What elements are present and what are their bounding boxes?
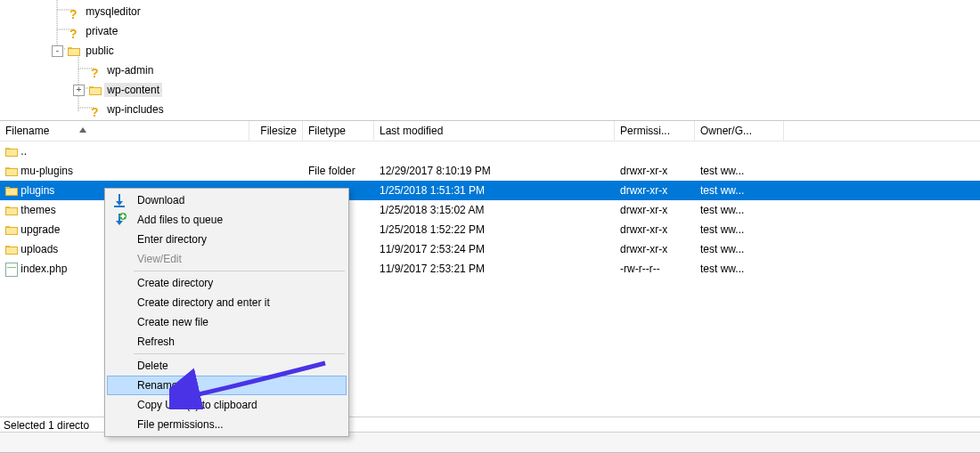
menu-sep-1 (134, 271, 345, 271)
cell-filename: .. (0, 142, 249, 161)
menu-copy-urls[interactable]: Copy URL(s) to clipboard (107, 395, 347, 415)
menu-copy-urls-label: Copy URL(s) to clipboard (137, 399, 257, 411)
svg-marker-12 (116, 221, 123, 225)
question-icon (89, 65, 102, 77)
menu-download-label: Download (137, 194, 184, 206)
col-filetype[interactable]: Filetype (303, 121, 374, 141)
table-row[interactable]: .. (0, 142, 980, 161)
col-owner[interactable]: Owner/G... (695, 121, 784, 141)
menu-rename[interactable]: Rename (107, 376, 347, 395)
menu-delete-label: Delete (137, 360, 168, 372)
menu-enter-dir-label: Enter directory (137, 233, 207, 246)
cell-modified: 11/9/2017 2:53:24 PM (374, 239, 615, 259)
tree-item[interactable]: mysqleditor (0, 2, 980, 21)
cell-permissions: drwxr-xr-x (615, 220, 695, 239)
svg-marker-9 (116, 201, 123, 206)
col-permissions[interactable]: Permissi... (615, 121, 695, 141)
cell-modified: 1/25/2018 3:15:02 AM (374, 200, 615, 220)
menu-create-file[interactable]: Create new file (107, 312, 347, 332)
col-filename[interactable]: Filename (0, 121, 249, 141)
folder-icon (68, 46, 80, 56)
cell-permissions: drwxr-xr-x (615, 200, 695, 220)
tree-item[interactable]: wp-includes (0, 100, 980, 119)
file-icon (5, 263, 18, 277)
folder-icon (5, 166, 18, 176)
svg-rect-8 (118, 194, 120, 202)
menu-refresh[interactable]: Refresh (107, 332, 347, 352)
menu-download[interactable]: Download (107, 190, 347, 210)
cell-permissions: drwxr-xr-x (615, 161, 695, 181)
context-menu: Download Add files to queue Enter direct… (104, 188, 349, 437)
menu-rename-label: Rename (137, 379, 177, 392)
menu-file-perms-label: File permissions... (137, 418, 224, 431)
menu-enter-dir[interactable]: Enter directory (107, 230, 347, 249)
folder-icon (5, 245, 18, 255)
cell-filename: mu-plugins (0, 161, 249, 181)
question-icon (68, 26, 80, 38)
add-queue-icon (112, 213, 127, 227)
cell-modified: 1/25/2018 1:51:31 PM (374, 181, 615, 200)
tree-item-label: public (83, 44, 116, 58)
menu-refresh-label: Refresh (137, 336, 175, 348)
folder-icon (5, 186, 18, 196)
menu-view-edit: View/Edit (107, 249, 347, 269)
question-icon (68, 6, 80, 19)
folder-icon (5, 225, 18, 235)
menu-create-dir[interactable]: Create directory (107, 273, 347, 293)
cell-owner: test ww... (695, 239, 784, 259)
cell-owner: test ww... (695, 161, 784, 181)
cell-modified: 11/9/2017 2:53:21 PM (374, 259, 615, 279)
expander-icon[interactable]: + (73, 85, 85, 96)
folder-icon (5, 147, 18, 157)
menu-sep-2 (134, 353, 345, 354)
cell-owner: test ww... (695, 200, 784, 220)
menu-create-dir-enter-label: Create directory and enter it (137, 296, 270, 309)
cell-owner: test ww... (695, 259, 784, 279)
svg-rect-15 (121, 215, 126, 217)
tree-item[interactable]: + wp-content (0, 80, 980, 100)
col-filesize[interactable]: Filesize (249, 121, 303, 141)
cell-modified: 12/29/2017 8:10:19 PM (374, 161, 615, 181)
svg-rect-10 (114, 206, 125, 207)
question-icon (89, 104, 102, 117)
list-header: Filename Filesize Filetype Last modified… (0, 121, 980, 142)
cell-filetype: File folder (303, 161, 374, 181)
tree-item-label: private (83, 24, 120, 38)
tree-item[interactable]: wp-admin (0, 61, 980, 80)
menu-create-dir-enter[interactable]: Create directory and enter it (107, 293, 347, 312)
download-icon (112, 193, 127, 207)
menu-file-perms[interactable]: File permissions... (107, 415, 347, 434)
remote-tree: mysqleditor private- public wp-admin+ wp… (0, 0, 980, 122)
cell-owner: test ww... (695, 181, 784, 200)
menu-add-queue[interactable]: Add files to queue (107, 210, 347, 230)
menu-create-dir-label: Create directory (137, 277, 213, 289)
tree-item-label: wp-admin (104, 63, 156, 77)
cell-owner: test ww... (695, 220, 784, 239)
expander-icon[interactable]: - (52, 45, 63, 57)
cell-permissions: drwxr-xr-x (615, 239, 695, 259)
tree-item[interactable]: private (0, 21, 980, 41)
col-last-modified[interactable]: Last modified (374, 121, 615, 141)
tree-item-label: wp-content (104, 83, 162, 97)
folder-icon (5, 206, 18, 215)
folder-icon (89, 85, 102, 95)
cell-modified: 1/25/2018 1:52:22 PM (374, 220, 615, 239)
menu-create-file-label: Create new file (137, 316, 208, 328)
menu-view-edit-label: View/Edit (137, 253, 182, 265)
menu-delete[interactable]: Delete (107, 356, 347, 376)
table-row[interactable]: mu-pluginsFile folder12/29/2017 8:10:19 … (0, 161, 980, 181)
tree-item-label: wp-includes (104, 102, 166, 117)
sort-asc-icon (79, 127, 86, 133)
tree-item-label: mysqleditor (83, 4, 143, 19)
menu-add-queue-label: Add files to queue (137, 214, 223, 226)
cell-permissions: drwxr-xr-x (615, 181, 695, 200)
tree-item[interactable]: - public (0, 41, 980, 61)
col-filename-label: Filename (5, 125, 49, 137)
cell-permissions: -rw-r--r-- (615, 259, 695, 279)
